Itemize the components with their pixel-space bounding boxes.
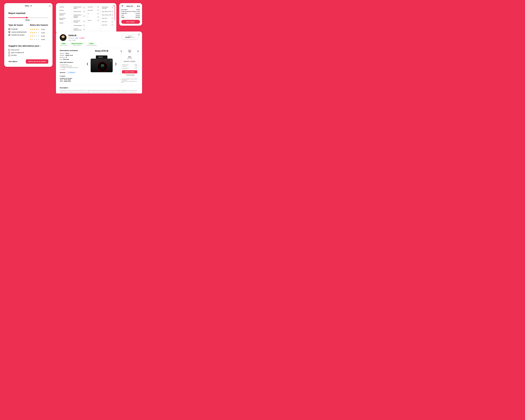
chevron-right-icon: › [70, 18, 70, 19]
add-icon[interactable]: + [83, 16, 85, 17]
rating-value: 5 [71, 37, 71, 39]
menu-item[interactable]: Sony FX 3+ [102, 17, 113, 20]
renter-type-option[interactable]: Sociétés de location [8, 34, 27, 36]
show-results-button[interactable]: Afficher plus de 30 résulats [26, 59, 48, 64]
menu-item[interactable]: Caméras› [59, 5, 70, 9]
next-image-button[interactable]: ❯ [114, 61, 118, 66]
check-icon: ✔ [121, 79, 121, 80]
menu-item[interactable]: Energie› [59, 21, 70, 25]
svg-point-3 [30, 6, 31, 6]
included-title: Inclus dans l'annonce : [60, 62, 83, 63]
add-icon[interactable]: + [98, 16, 99, 18]
menu-item[interactable]: L›+ [88, 15, 99, 19]
add-icon[interactable]: + [112, 24, 113, 26]
add-icon[interactable]: + [112, 21, 113, 22]
alternative-option[interactable]: Sony 70-200mm f/4 [8, 52, 48, 54]
star-icon: ★ [30, 35, 32, 37]
price-per: Pour 1 jour [122, 58, 137, 59]
menu-item[interactable]: Accessoires optiques› [59, 12, 70, 17]
menu-item[interactable]: PL›+ [88, 12, 99, 15]
add-icon[interactable]: + [98, 10, 99, 11]
checkbox-icon [8, 49, 10, 51]
chevron-right-icon: › [82, 29, 83, 30]
svg-rect-6 [9, 28, 10, 30]
add-icon[interactable]: + [98, 6, 99, 8]
scrollbar[interactable] [114, 6, 115, 20]
alternative-option[interactable]: DJI RS3 [8, 55, 48, 56]
know-title: A savoir : [60, 75, 83, 77]
user-icon [68, 72, 69, 73]
menu-item[interactable]: Canon RF›+ [88, 9, 99, 12]
menu-item[interactable]: Sony Venice 2 6K+ [102, 13, 113, 17]
menu-item[interactable]: Sony FX6+ [102, 20, 113, 23]
conditions-label: Conditions de location [60, 78, 72, 79]
chevron-right-icon: › [82, 7, 83, 8]
radius-slider[interactable]: 20 km [8, 17, 48, 21]
prev-article-button[interactable]: ❮ [121, 50, 122, 52]
add-icon[interactable]: + [83, 25, 85, 26]
menu-item[interactable]: Caméras d'action et POV›+ [74, 27, 85, 32]
back-icon[interactable] [121, 5, 124, 7]
prev-image-button[interactable]: ❮ [85, 61, 90, 66]
menu-item[interactable]: Caméra plateau›+ [74, 24, 85, 27]
menu-item[interactable]: Caméras grand capteur›+ [74, 5, 85, 10]
renter-type-option[interactable]: Particulier [8, 28, 27, 30]
radius-value: 20 km [26, 19, 30, 21]
menu-item[interactable]: Sony E›+ [88, 19, 99, 22]
rating-filter-option[interactable]: ★★★★★& plus [30, 28, 48, 30]
add-icon[interactable]: + [112, 14, 113, 16]
category-menu: ✕ Caméras›Optiques›Accessoires optiques›… [56, 3, 116, 34]
rating-filter-option[interactable]: ★★★★★& plus [30, 35, 48, 37]
included-item: 1 x Chargeur de Batterie NP-FZ100 [60, 67, 83, 68]
star-icon: ★ [36, 38, 37, 40]
menu-item[interactable]: Accessoires caméra› [59, 17, 70, 21]
star-icon: ★ [32, 35, 34, 37]
alternative-option[interactable]: Sony A7S III [8, 49, 48, 51]
rating-filter-option[interactable]: ★★★★★& plus [30, 31, 48, 34]
cart-summary: Sony 70... 39 € Assurance5,00 €Frais de … [119, 3, 142, 26]
article-label: Article [128, 50, 131, 51]
cart-total-label: Total [121, 17, 124, 18]
menu-item[interactable]: Canon EF›+ [88, 5, 99, 9]
services-label: Services : [60, 72, 66, 73]
menu-item[interactable]: Camescopes et caméras d'épaule›+ [74, 13, 85, 19]
cart-title: Sony 70... [127, 5, 134, 7]
date-field[interactable]: 05/02/2024 - 07/02/2024 [122, 60, 137, 63]
close-icon[interactable]: ✕ [49, 5, 51, 7]
star-icon: ★ [38, 31, 39, 34]
menu-item[interactable]: Optiques› [59, 9, 70, 12]
svg-point-5 [31, 6, 32, 6]
add-icon[interactable]: + [112, 18, 113, 19]
star-icon: ★ [34, 35, 35, 37]
tech-title: Informations techniques [60, 50, 83, 51]
add-icon[interactable]: + [98, 20, 99, 21]
next-article-button[interactable]: ❯ [137, 50, 139, 52]
add-icon[interactable]: + [98, 13, 99, 14]
view-cart-button[interactable]: Voir le panier [121, 20, 140, 24]
menu-item[interactable]: Sony Venice 2 8K+ [102, 10, 113, 13]
cart-line-label: TVA [121, 15, 124, 16]
close-icon[interactable]: ✕ [138, 34, 140, 36]
subtotal-box: Sous-total 154,00 € par jour [122, 34, 138, 39]
add-icon[interactable]: + [83, 11, 85, 12]
star-icon: ★ [34, 31, 35, 34]
read-more-link[interactable]: + Lire plus [60, 69, 83, 70]
add-to-cart-button[interactable]: Ajouter au panier [122, 70, 137, 73]
chevron-right-icon: › [70, 22, 70, 24]
menu-item[interactable]: Camescopes de poing›+ [74, 19, 85, 24]
menu-item[interactable]: DSLR & Photo›+ [74, 10, 85, 13]
add-icon[interactable]: + [83, 7, 85, 8]
renter-type-option[interactable]: Loueurs professionnels [8, 31, 27, 33]
add-icon[interactable]: + [112, 11, 113, 12]
add-icon[interactable]: + [83, 21, 85, 22]
menu-item[interactable]: Sony Burano Cine Alta+ [102, 5, 113, 10]
add-icon[interactable]: + [112, 7, 113, 8]
rating-filter-option[interactable]: ★★★★★& plus [30, 38, 48, 40]
cart-line-label: Total (HT) [121, 13, 127, 14]
clear-button[interactable]: Tout effacer [8, 61, 17, 62]
avatar[interactable] [60, 34, 66, 41]
menu-item[interactable]: Sony FX9+ [102, 23, 113, 27]
chevron-right-icon: › [70, 6, 70, 8]
add-icon[interactable]: + [83, 29, 85, 30]
listing-panel: ✕ Zelda M. ★ 5 (148) PRO ★ EXPERT Paris,… [56, 31, 142, 93]
